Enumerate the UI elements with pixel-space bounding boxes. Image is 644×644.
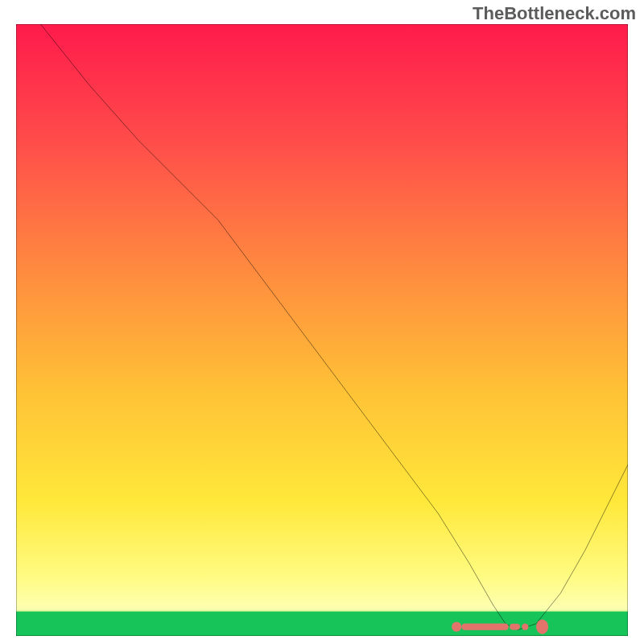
watermark-text: TheBottleneck.com [473, 3, 636, 24]
marker-dash [510, 624, 520, 630]
marker-dot [522, 623, 528, 630]
marker-blob [536, 619, 548, 634]
marker-bar [461, 623, 509, 630]
chart-container [16, 24, 628, 636]
bottleneck-chart [16, 24, 628, 636]
marker-dot [452, 622, 461, 632]
plot-background [16, 24, 628, 636]
